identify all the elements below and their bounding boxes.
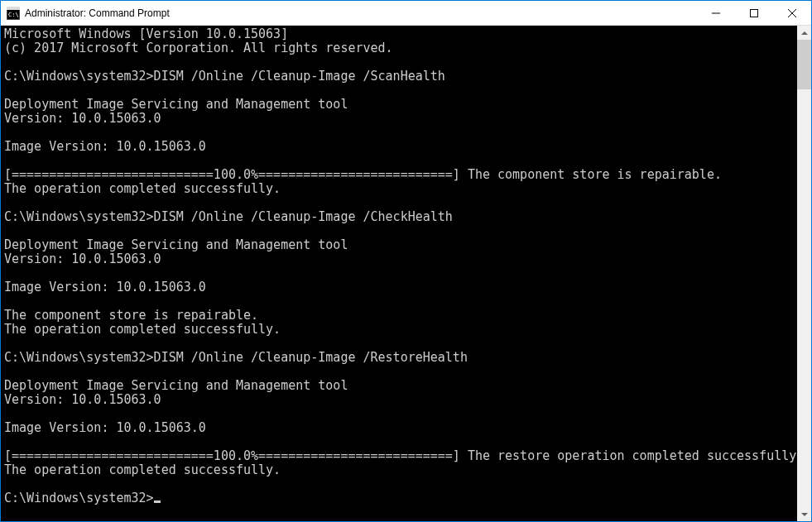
minimize-button[interactable]: [697, 1, 735, 25]
svg-text:C:\: C:\: [8, 12, 19, 18]
scroll-up-button[interactable]: [797, 26, 811, 40]
svg-rect-4: [751, 9, 758, 17]
close-button[interactable]: [773, 1, 811, 25]
window-title: Administrator: Command Prompt: [25, 7, 697, 19]
console-output[interactable]: Microsoft Windows [Version 10.0.15063] (…: [1, 26, 797, 521]
svg-rect-1: [7, 7, 20, 10]
cursor: [154, 500, 161, 503]
titlebar[interactable]: C:\ Administrator: Command Prompt: [1, 1, 811, 26]
window-controls: [697, 1, 811, 25]
vertical-scrollbar[interactable]: [797, 26, 811, 521]
scrollbar-track[interactable]: [797, 40, 811, 507]
console-wrapper: Microsoft Windows [Version 10.0.15063] (…: [1, 26, 811, 521]
cmd-icon: C:\: [7, 7, 20, 20]
maximize-button[interactable]: [735, 1, 773, 25]
scrollbar-thumb[interactable]: [797, 40, 811, 89]
scroll-down-button[interactable]: [797, 507, 811, 521]
